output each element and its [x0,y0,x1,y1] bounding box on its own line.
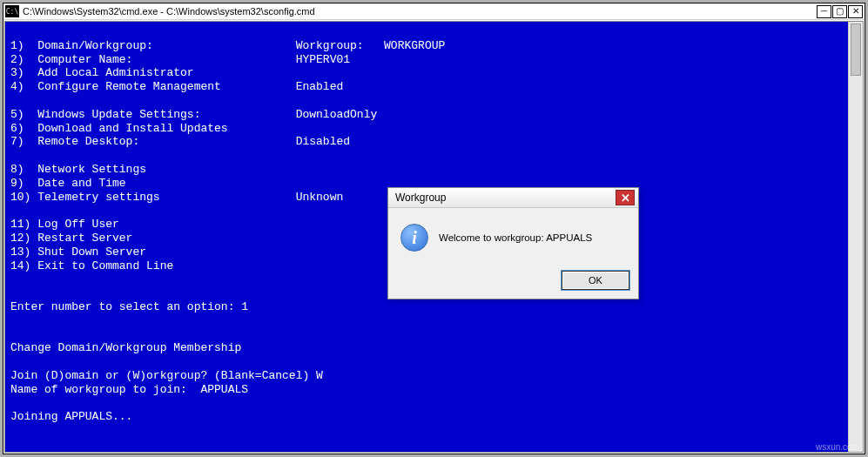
scrollbar-thumb[interactable] [851,24,861,76]
close-button[interactable]: ✕ [848,5,863,18]
dialog-close-button[interactable]: ✕ [616,190,635,205]
info-icon: i [400,224,428,252]
workgroup-dialog: Workgroup ✕ i Welcome to workgroup: APPU… [387,187,639,299]
dialog-title: Workgroup [395,192,616,204]
watermark: wsxun.com [816,442,859,452]
vertical-scrollbar[interactable] [848,22,863,452]
dialog-titlebar[interactable]: Workgroup ✕ [388,188,638,208]
dialog-message: Welcome to workgroup: APPUALS [439,232,592,243]
titlebar[interactable]: C:\ C:\Windows\System32\cmd.exe - C:\Win… [3,3,865,20]
minimize-button[interactable]: ─ [817,5,831,18]
ok-button[interactable]: OK [562,271,629,290]
cmd-icon: C:\ [5,5,19,17]
window-title: C:\Windows\System32\cmd.exe - C:\Windows… [23,6,813,17]
maximize-button[interactable]: ▢ [832,5,847,18]
